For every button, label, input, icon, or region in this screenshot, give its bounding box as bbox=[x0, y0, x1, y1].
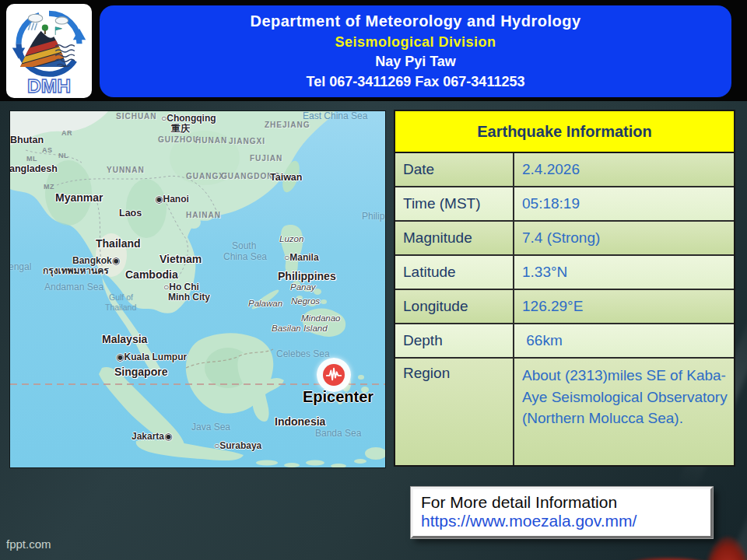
row-label: Longitude bbox=[395, 290, 514, 323]
map-label: กรุงเทพมหานคร bbox=[43, 266, 109, 275]
header-contact: Tel 067-3411269 Fax 067-3411253 bbox=[307, 74, 525, 90]
row-label: Depth bbox=[395, 324, 514, 357]
map-label: Thailand bbox=[96, 238, 141, 249]
row-label: Region bbox=[395, 359, 514, 465]
row-value: 66km bbox=[514, 324, 734, 357]
map-label: Java Sea bbox=[191, 422, 230, 432]
table-row: Time (MST)05:18:19 bbox=[395, 187, 734, 222]
map-label: Basilan Island bbox=[272, 324, 328, 334]
row-value: 05:18:19 bbox=[514, 187, 734, 220]
map-label: Indonesia bbox=[275, 416, 325, 427]
map-label: Myanmar bbox=[55, 192, 103, 203]
table-row: RegionAbout (2313)miles SE of Kaba-Aye S… bbox=[395, 359, 734, 465]
header-banner: Department of Meteorology and Hydrology … bbox=[100, 5, 731, 97]
map-label: Bangkok◉ bbox=[72, 256, 120, 265]
map-label: Gulf of bbox=[109, 293, 133, 302]
map-label: China Sea bbox=[223, 252, 267, 261]
epicenter-label: Epicenter bbox=[303, 388, 374, 406]
dmh-logo-text: DMH bbox=[27, 75, 71, 96]
row-value: 126.29°E bbox=[514, 290, 734, 323]
map-label: ZHEJIANG bbox=[265, 121, 310, 129]
map-label: South bbox=[232, 241, 256, 250]
table-row: Date2.4.2026 bbox=[395, 153, 734, 187]
map-label: NL bbox=[58, 152, 68, 159]
map-label: ML bbox=[26, 156, 37, 163]
map-label: Luzon bbox=[279, 235, 303, 244]
map-label: ○Surabaya bbox=[214, 441, 261, 450]
row-label: Date bbox=[395, 153, 514, 186]
table-row: Depth 66km bbox=[395, 324, 734, 359]
map-label: Malaysia bbox=[102, 334, 147, 345]
map-label: Philippines bbox=[278, 271, 336, 282]
row-value: 1.33°N bbox=[514, 256, 734, 289]
map-label: Celebes Sea bbox=[276, 349, 330, 359]
map-label: HUNAN bbox=[195, 137, 227, 145]
map-label: Minh City bbox=[168, 292, 210, 302]
header-department: Department of Meteorology and Hydrology bbox=[250, 12, 580, 30]
header-division: Seismological Division bbox=[335, 34, 496, 51]
map-label: Bhutan bbox=[10, 135, 44, 145]
map-label: ◉Hanoi bbox=[155, 194, 189, 204]
map-label: Vietnam bbox=[160, 254, 202, 264]
epicenter-map: SICHUAN○Chongqing重庆East China SeaZHEJIAN… bbox=[9, 110, 386, 468]
row-label: Time (MST) bbox=[395, 187, 514, 220]
map-label: Cambodia bbox=[125, 269, 178, 280]
row-value: 7.4 (Strong) bbox=[514, 222, 734, 254]
map-label: AR bbox=[61, 130, 72, 137]
map-label: ◉Kuala Lumpur bbox=[116, 352, 187, 362]
map-label: Banda Sea bbox=[315, 429, 361, 438]
eq-table-rows: Date2.4.2026Time (MST)05:18:19Magnitude7… bbox=[395, 153, 734, 465]
map-label: Laos bbox=[119, 208, 142, 219]
seismograph-icon bbox=[323, 364, 345, 386]
row-value: About (2313)miles SE of Kaba-Aye Seismol… bbox=[514, 359, 734, 465]
map-label: MZ bbox=[44, 184, 54, 191]
more-info-text: For More detail Information bbox=[421, 493, 703, 512]
row-label: Magnitude bbox=[395, 222, 514, 254]
map-label: AS bbox=[42, 147, 53, 154]
map-label: Philipp bbox=[362, 212, 386, 221]
map-label: Taiwan bbox=[270, 173, 302, 183]
table-row: Latitude1.33°N bbox=[395, 256, 734, 290]
map-label: SICHUAN bbox=[116, 113, 157, 121]
map-label: YUNNAN bbox=[107, 166, 145, 174]
map-label: Thailand bbox=[105, 303, 136, 312]
map-label: East China Sea bbox=[303, 111, 367, 121]
map-label: ○Manila bbox=[284, 253, 319, 262]
map-label: ○Chongqing bbox=[161, 114, 216, 123]
map-label: engal bbox=[9, 262, 31, 271]
map-label: Singapore bbox=[114, 366, 167, 377]
map-label: Bangladesh bbox=[9, 164, 58, 174]
dmh-logo: DMH bbox=[6, 4, 92, 98]
map-label: JIANGXI bbox=[229, 138, 265, 145]
map-label: FUJIAN bbox=[250, 155, 282, 163]
row-value: 2.4.2026 bbox=[514, 153, 734, 186]
map-label: Jakarta◉ bbox=[132, 432, 173, 441]
map-label: Andaman Sea bbox=[44, 282, 103, 292]
epicenter-marker bbox=[317, 358, 351, 392]
header-city: Nay Pyi Taw bbox=[375, 54, 456, 70]
more-info-link[interactable]: https://www.moezala.gov.mm/ bbox=[421, 512, 703, 530]
table-row: Longitude126.29°E bbox=[395, 290, 734, 324]
map-label: Negros bbox=[291, 297, 320, 306]
fppt-watermark: fppt.com bbox=[6, 537, 51, 551]
table-row: Magnitude7.4 (Strong) bbox=[395, 222, 734, 256]
more-info-box: For More detail Information https://www.… bbox=[411, 487, 713, 538]
dmh-logo-graphic: DMH bbox=[9, 6, 89, 96]
earthquake-info-table: Earthquake Information Date2.4.2026Time … bbox=[394, 110, 735, 467]
map-label: ○Ho Chi bbox=[163, 282, 199, 292]
row-label: Latitude bbox=[395, 256, 514, 289]
map-label: Palawan bbox=[248, 299, 282, 309]
map-label: Panay bbox=[290, 283, 316, 292]
tree-icon bbox=[42, 25, 48, 31]
map-label: 重庆 bbox=[171, 124, 190, 133]
map-label: Mindanao bbox=[301, 314, 341, 324]
map-label: HAINAN bbox=[186, 212, 221, 219]
table-title: Earthquake Information bbox=[395, 111, 734, 153]
map-label: GUIZHOU bbox=[158, 136, 199, 144]
